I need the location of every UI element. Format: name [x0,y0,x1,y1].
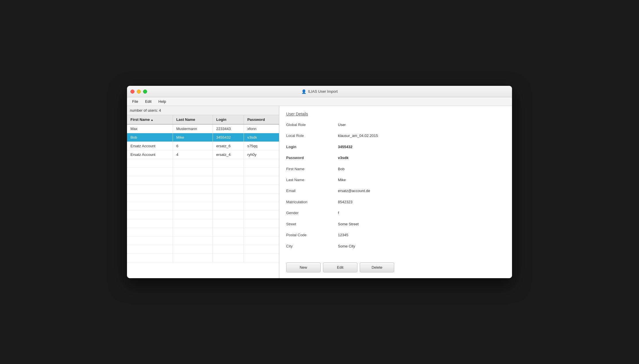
new-button[interactable]: New [286,262,321,272]
window-title: 👤 ILIAS User Import [301,89,338,94]
edit-button[interactable]: Edit [323,262,357,272]
details-grid: Global RoleUserLocal Roleklausur_am_04.0… [286,121,505,253]
table-row[interactable]: Ersatz Account4ersatz_4ryh0y [127,150,279,159]
content-area: number of users: 4 First Name Last Name … [127,106,512,278]
menu-help[interactable]: Help [155,98,169,104]
table-row[interactable]: MaxMustermann2233443xfonn [127,124,279,133]
minimize-button[interactable] [137,90,141,94]
detail-value: ersatz@account.de [338,187,505,198]
close-button[interactable] [130,90,134,94]
table-row-empty [127,211,279,219]
table-row-empty [127,168,279,176]
detail-label: Last Name [286,176,338,187]
detail-value: f [338,209,505,220]
table-row[interactable]: BobMike3455432v3sdk [127,133,279,142]
table-row-empty [127,237,279,245]
col-login[interactable]: Login [213,115,244,124]
detail-value: Some Street [338,220,505,231]
main-window: 👤 ILIAS User Import File Edit Help numbe… [127,86,512,278]
table-row-empty [127,228,279,237]
detail-label: City [286,242,338,253]
user-icon: 👤 [301,89,306,94]
menu-edit[interactable]: Edit [142,98,154,104]
detail-label: Gender [286,209,338,220]
titlebar: 👤 ILIAS User Import [127,86,512,97]
col-lastname[interactable]: Last Name [173,115,213,124]
table-row[interactable]: Ersatz Account6ersatz_6s75qq [127,142,279,150]
detail-label: First Name [286,165,338,176]
details-section-title: User Details [286,112,505,116]
detail-label: Local Role [286,132,338,143]
right-panel: User Details Global RoleUserLocal Rolekl… [279,106,512,278]
detail-label: Global Role [286,121,338,132]
col-password[interactable]: Password [244,115,279,124]
table-row-empty [127,254,279,262]
table-row-empty [127,219,279,228]
delete-button[interactable]: Delete [360,262,394,272]
detail-label: Login [286,143,338,154]
table-row-empty [127,193,279,202]
table-container[interactable]: First Name Last Name Login Password MaxM… [127,115,279,278]
detail-value: Mike [338,176,505,187]
detail-value: 3455432 [338,143,505,154]
detail-value: Some City [338,242,505,253]
maximize-button[interactable] [143,90,147,94]
menu-file[interactable]: File [129,98,141,104]
detail-value: 12345 [338,231,505,242]
detail-label: Postal Code [286,231,338,242]
detail-value: User [338,121,505,132]
detail-value: v3sdk [338,154,505,165]
detail-value: Bob [338,165,505,176]
users-table: First Name Last Name Login Password MaxM… [127,115,279,262]
detail-label: Street [286,220,338,231]
table-row-empty [127,245,279,254]
menubar: File Edit Help [127,97,512,106]
user-count: number of users: 4 [127,106,279,115]
detail-label: Email [286,187,338,198]
detail-value: 8542323 [338,198,505,209]
table-row-empty [127,176,279,185]
table-row-empty [127,202,279,211]
action-buttons-row: New Edit Delete [286,260,505,272]
left-panel: number of users: 4 First Name Last Name … [127,106,279,278]
detail-label: Matriculation [286,198,338,209]
table-row-empty [127,159,279,168]
traffic-lights [130,90,147,94]
detail-label: Password [286,154,338,165]
detail-value: klausur_am_04.02.2015 [338,132,505,143]
col-firstname[interactable]: First Name [127,115,173,124]
table-row-empty [127,185,279,193]
